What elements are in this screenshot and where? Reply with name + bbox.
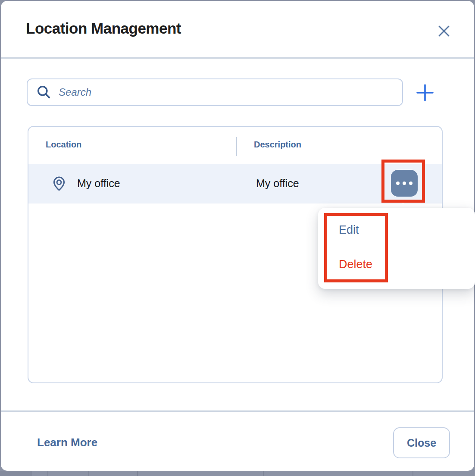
backdrop-table-line (47, 471, 48, 476)
column-header-location: Location (46, 140, 81, 150)
menu-item-edit[interactable]: Edit (339, 223, 359, 237)
close-button[interactable]: Close (393, 427, 450, 458)
more-actions-button[interactable] (391, 170, 418, 197)
cell-location-description: My office (256, 177, 299, 190)
table-row: My office My office (28, 164, 442, 204)
backdrop-table-line (263, 471, 264, 476)
context-menu-caret (396, 202, 410, 208)
footer-divider (1, 410, 474, 412)
dialog-title: Location Management (26, 20, 181, 37)
search-icon (36, 85, 52, 100)
page-backdrop: Location Management (0, 0, 475, 476)
add-location-button[interactable] (414, 81, 436, 104)
plus-icon (416, 83, 434, 102)
backdrop-table-fragment (0, 471, 32, 476)
backdrop-table-line (412, 471, 413, 476)
learn-more-link[interactable]: Learn More (37, 436, 97, 449)
cell-location-name: My office (77, 177, 120, 190)
x-icon (437, 24, 451, 38)
context-menu (318, 208, 475, 289)
search-input[interactable] (58, 79, 395, 106)
ellipsis-icon (396, 182, 400, 185)
column-header-description: Description (254, 140, 301, 150)
backdrop-table-line (88, 471, 89, 476)
search-field-container (27, 78, 403, 106)
close-x-button[interactable] (434, 22, 453, 41)
menu-item-delete[interactable]: Delete (339, 258, 372, 271)
header-divider (1, 57, 474, 59)
backdrop-table-line (137, 471, 138, 476)
map-pin-icon (51, 175, 67, 192)
column-divider (236, 137, 237, 156)
